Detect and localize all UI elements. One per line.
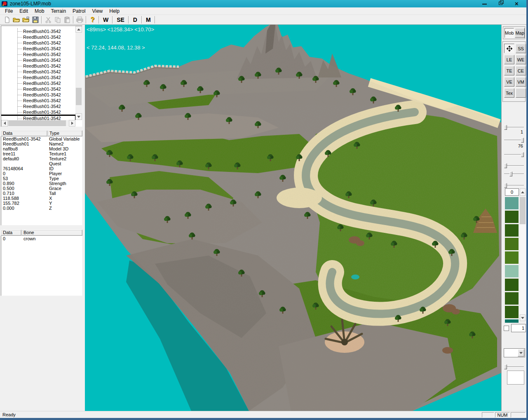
scroll-down-button[interactable]	[75, 113, 82, 120]
table-row[interactable]: ReedBush01Name2	[1, 141, 82, 146]
tree-item[interactable]: ReedBush01-3542	[1, 80, 75, 86]
paste-button[interactable]	[62, 15, 72, 24]
tree-vscrollbar[interactable]	[75, 26, 82, 120]
palette-scrollbar[interactable]	[520, 197, 526, 314]
move-tool-button[interactable]	[504, 44, 514, 53]
tree-item[interactable]: ReedBush01-3542	[1, 69, 75, 75]
ss-tool-button[interactable]: SS	[516, 44, 526, 53]
slider-6[interactable]	[504, 183, 524, 188]
palette-scroll-down[interactable]	[520, 314, 526, 321]
table-row[interactable]: 0.000Z	[1, 206, 82, 211]
slider-3[interactable]	[504, 152, 524, 157]
help-button[interactable]: ?	[88, 15, 97, 24]
new-file-button[interactable]	[2, 15, 12, 24]
tree-item[interactable]: ReedBush01-3542	[1, 57, 75, 63]
table-row[interactable]: 0.710Tall	[1, 191, 82, 196]
scrollbar-thumb[interactable]	[520, 197, 526, 224]
tree-item[interactable]: ReedBush01-3542	[1, 40, 75, 46]
app-icon[interactable]	[2, 1, 7, 6]
table-row[interactable]: 0.890Strength	[1, 181, 82, 186]
cut-button[interactable]	[43, 15, 53, 24]
menu-file[interactable]: File	[2, 7, 16, 15]
table-row[interactable]: 76148064ID	[1, 166, 82, 171]
palette-index-box[interactable]: 0	[505, 188, 519, 196]
menu-mob[interactable]: Mob	[31, 7, 47, 15]
table-row[interactable]: default0Texture2	[1, 156, 82, 161]
scrollbar-thumb[interactable]	[8, 120, 66, 126]
texture-swatch[interactable]	[505, 211, 519, 223]
palette-count-input[interactable]: 1	[511, 324, 526, 332]
table-row[interactable]: naflbu8Model 3D	[1, 146, 82, 151]
column-header-data[interactable]: Data	[1, 230, 21, 236]
print-button[interactable]	[75, 15, 84, 24]
scroll-left-button[interactable]	[1, 120, 8, 127]
scroll-right-button[interactable]	[69, 120, 75, 127]
slider-4[interactable]	[504, 163, 524, 169]
toolbar-se-button[interactable]: SE	[114, 15, 127, 24]
scrollbar-thumb[interactable]	[76, 88, 82, 105]
table-row[interactable]: ReedBush01-3542Global Variable	[1, 136, 82, 141]
palette-scroll-up[interactable]	[520, 188, 526, 196]
te-tool-button[interactable]: TE	[504, 66, 514, 75]
vm-tool-button[interactable]: VM	[516, 77, 526, 87]
toolbar-m-button[interactable]: M	[143, 15, 153, 24]
column-header-bone[interactable]: Bone	[21, 230, 82, 236]
menu-edit[interactable]: Edit	[16, 7, 31, 15]
tree-item[interactable]: ReedBush01-3542	[1, 109, 75, 115]
restore-button[interactable]	[498, 1, 504, 6]
tree-item[interactable]: ReedBush01-3542	[1, 63, 75, 69]
slider-2[interactable]	[504, 137, 524, 143]
table-row[interactable]: 53Type	[1, 176, 82, 181]
we-tool-button[interactable]: WE	[516, 55, 526, 64]
title-bar[interactable]: zone105-LMP.mob ×	[0, 0, 526, 7]
minimize-button[interactable]	[482, 1, 488, 6]
ve-tool-button[interactable]: VE	[504, 77, 514, 87]
texture-swatch[interactable]	[505, 279, 519, 291]
slider-5[interactable]	[504, 171, 524, 177]
table-row[interactable]: Quest	[1, 161, 82, 166]
tree-item[interactable]: ReedBush01-3542	[1, 28, 75, 34]
open-file-button[interactable]	[12, 15, 21, 24]
menu-help[interactable]: Help	[106, 7, 123, 15]
column-header-type[interactable]: Type	[47, 130, 82, 136]
table-row[interactable]: 0Player	[1, 171, 82, 176]
open-mob-button[interactable]	[21, 15, 31, 24]
table-row[interactable]: 155.782Y	[1, 201, 82, 206]
map-mode-button[interactable]: Map	[515, 28, 524, 38]
tree-item[interactable]: ReedBush01-3542	[1, 34, 75, 40]
table-row[interactable]: tree11Texture1	[1, 151, 82, 156]
texture-swatch[interactable]	[505, 251, 519, 264]
menu-view[interactable]: View	[89, 7, 106, 15]
mob-mode-button[interactable]: Mob	[505, 28, 514, 38]
texture-swatch[interactable]	[505, 265, 519, 277]
menu-patrol[interactable]: Patrol	[69, 7, 89, 15]
texture-swatch[interactable]	[505, 319, 519, 323]
le-tool-button[interactable]: LE	[504, 55, 514, 64]
close-button[interactable]: ×	[515, 1, 521, 6]
texture-swatch[interactable]	[505, 292, 519, 305]
tree-item[interactable]: ReedBush01-3542	[1, 52, 75, 57]
tree-item[interactable]: ReedBush01-3542	[1, 98, 75, 103]
table-row[interactable]: 118.588X	[1, 196, 82, 201]
tree-item[interactable]: ReedBush01-3542	[1, 86, 75, 92]
copy-button[interactable]	[53, 15, 62, 24]
menu-terrain[interactable]: Terrain	[47, 7, 69, 15]
texture-swatch[interactable]	[505, 306, 519, 318]
ce-tool-button[interactable]: CE	[516, 66, 526, 75]
dropdown-button[interactable]	[518, 349, 524, 357]
tree-hscrollbar[interactable]	[1, 120, 75, 127]
tree-item[interactable]: ReedBush01-3542	[1, 92, 75, 98]
slider-7[interactable]	[504, 364, 524, 370]
tree-item[interactable]: ReedBush01-3542	[1, 75, 75, 80]
save-button[interactable]	[31, 15, 40, 24]
tree-item[interactable]: ReedBush01-3542	[1, 103, 75, 109]
column-header-data[interactable]: Data	[1, 130, 47, 136]
texture-swatch[interactable]	[505, 224, 519, 237]
tex-tool-button[interactable]: Tex	[504, 88, 514, 98]
scroll-up-button[interactable]	[75, 26, 82, 33]
toolbar-w-button[interactable]: W	[101, 15, 111, 24]
toolbar-d-button[interactable]: D	[130, 15, 140, 24]
color-preview-box[interactable]	[507, 371, 524, 385]
table-row[interactable]: 0 crown	[1, 236, 82, 242]
blank-tool-button[interactable]	[516, 88, 526, 98]
